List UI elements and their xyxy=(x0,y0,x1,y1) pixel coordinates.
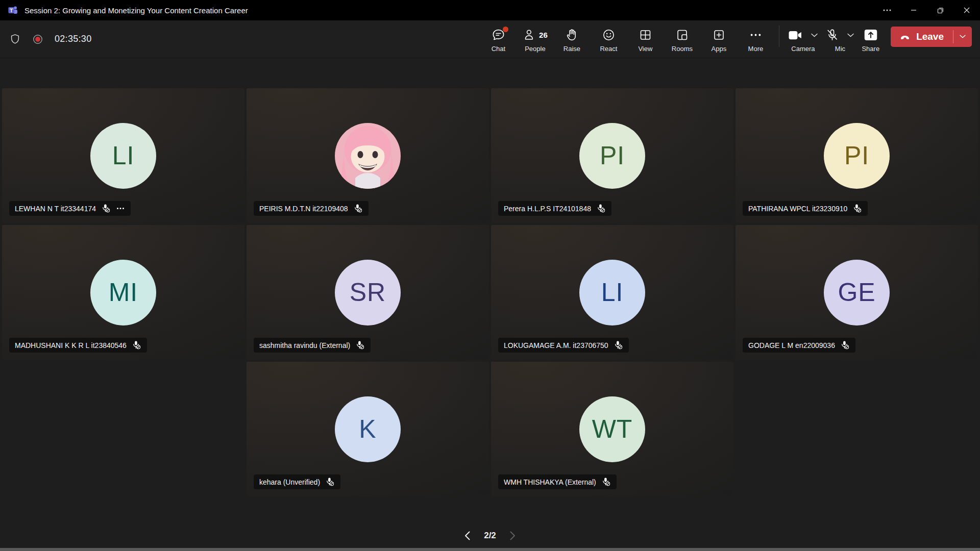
toolbar-separator xyxy=(779,26,779,47)
tile-more-button[interactable] xyxy=(116,207,125,210)
shield-icon[interactable] xyxy=(9,33,21,45)
apps-button[interactable]: Apps xyxy=(702,26,735,53)
avatar: LI xyxy=(579,260,645,325)
participant-grid: LI LEWHAN N T it2 xyxy=(2,88,978,496)
mic-group: Mic xyxy=(825,26,854,53)
titlebar-left: Session 2: Growing and Monetizing Your C… xyxy=(0,5,248,16)
participant-tile[interactable]: GE GODAGE L M en2 xyxy=(736,225,978,360)
react-button[interactable]: React xyxy=(592,26,625,53)
participant-tile[interactable]: PEIRIS M.D.T.N it22109408 xyxy=(247,88,489,223)
status-group: 02:35:30 xyxy=(9,33,91,45)
meeting-timer: 02:35:30 xyxy=(55,34,91,44)
teams-logo-icon xyxy=(7,5,18,16)
participant-tile[interactable]: PI Perera H.L.P.S xyxy=(491,88,733,223)
participant-mic-muted-icon xyxy=(132,340,141,350)
participant-name: WMH THISHAKYA (External) xyxy=(504,478,596,486)
teams-meeting-window: Session 2: Growing and Monetizing Your C… xyxy=(0,0,980,551)
rooms-button[interactable]: Rooms xyxy=(666,26,698,53)
chat-label: Chat xyxy=(492,45,505,53)
avatar: SR xyxy=(335,260,401,325)
participant-tile[interactable]: SR sashmitha ravi xyxy=(247,225,489,360)
page-indicator: 2/2 xyxy=(484,531,496,541)
name-pill: PATHIRANA WPCL it23230910 xyxy=(743,201,868,216)
participant-name: Perera H.L.P.S IT24101848 xyxy=(504,205,591,213)
restore-icon[interactable] xyxy=(927,0,953,20)
chevron-left-icon xyxy=(464,531,471,541)
avatar: PI xyxy=(824,123,890,189)
participant-name: PEIRIS M.D.T.N it22109408 xyxy=(259,205,348,213)
avatar: WT xyxy=(579,396,645,462)
share-icon xyxy=(864,29,878,41)
participant-name: MADHUSHANI K K R L it23840546 xyxy=(15,341,127,349)
hangup-phone-icon xyxy=(899,31,911,43)
people-button[interactable]: 26 People xyxy=(519,26,551,53)
participant-mic-muted-icon xyxy=(353,204,363,213)
meeting-toolbar: 02:35:30 Chat xyxy=(0,20,980,58)
name-pill: LEWHAN N T it23344174 xyxy=(9,201,131,216)
raise-hand-button[interactable]: Raise xyxy=(555,26,588,53)
participant-mic-muted-icon xyxy=(840,340,850,350)
previous-page-button[interactable] xyxy=(464,531,471,541)
participant-name: LOKUGAMAGE A.M. it23706750 xyxy=(504,341,608,349)
participant-tile[interactable]: LI LEWHAN N T it2 xyxy=(2,88,244,223)
view-button[interactable]: View xyxy=(629,26,662,53)
pagination: 2/2 xyxy=(0,531,980,541)
camera-toggle-button[interactable] xyxy=(788,29,803,42)
participant-tile[interactable]: K kehara (Unverif xyxy=(247,362,489,496)
titlebar-more-icon[interactable] xyxy=(874,0,900,20)
participant-tile[interactable]: LI LOKUGAMAGE A.M xyxy=(491,225,733,360)
participant-mic-muted-icon xyxy=(101,204,111,213)
name-pill: LOKUGAMAGE A.M. it23706750 xyxy=(498,338,629,353)
participant-mic-muted-icon xyxy=(614,340,623,350)
mic-toggle-button[interactable] xyxy=(825,28,839,42)
share-button[interactable] xyxy=(864,29,878,41)
name-pill: WMH THISHAKYA (External) xyxy=(498,474,617,489)
rooms-icon xyxy=(675,28,689,42)
chat-button[interactable]: Chat xyxy=(482,26,514,53)
avatar: MI xyxy=(90,260,156,325)
apps-icon xyxy=(712,28,726,42)
share-group: Share xyxy=(862,26,879,53)
avatar: LI xyxy=(90,123,156,189)
participant-mic-muted-icon xyxy=(325,477,335,487)
participant-mic-muted-icon xyxy=(852,204,862,213)
minimize-icon[interactable] xyxy=(900,0,927,20)
participant-tile[interactable]: MI MADHUSHANI K K xyxy=(2,225,244,360)
share-label: Share xyxy=(862,45,879,53)
recording-indicator-icon xyxy=(32,34,43,45)
chevron-right-icon xyxy=(509,531,516,541)
avatar: PI xyxy=(579,123,645,189)
participant-name: sashmitha ravindu (External) xyxy=(259,341,350,349)
avatar: K xyxy=(335,396,401,462)
participant-mic-muted-icon xyxy=(601,477,611,487)
titlebar: Session 2: Growing and Monetizing Your C… xyxy=(0,0,980,20)
people-count: 26 xyxy=(539,31,548,39)
react-label: React xyxy=(600,45,617,53)
rooms-label: Rooms xyxy=(672,45,693,53)
window-title: Session 2: Growing and Monetizing Your C… xyxy=(24,6,248,15)
name-pill: MADHUSHANI K K R L it23840546 xyxy=(9,338,147,353)
people-icon xyxy=(523,28,536,42)
toolbar-items: Chat 26 People Raise xyxy=(482,26,772,53)
tile-more-icon xyxy=(116,207,125,210)
more-button[interactable]: More xyxy=(739,26,772,53)
meeting-stage: LI LEWHAN N T it2 xyxy=(0,58,980,548)
mic-chevron-button[interactable] xyxy=(847,33,854,38)
next-page-button[interactable] xyxy=(509,531,516,541)
raise-label: Raise xyxy=(564,45,580,53)
name-pill: kehara (Unverified) xyxy=(254,474,340,489)
participant-mic-muted-icon xyxy=(596,204,606,213)
chevron-down-icon xyxy=(811,33,818,38)
bottom-edge-strip xyxy=(0,548,980,551)
name-pill: sashmitha ravindu (External) xyxy=(254,338,371,353)
view-label: View xyxy=(638,45,652,53)
participant-tile[interactable]: PI PATHIRANA WPCL xyxy=(736,88,978,223)
camera-chevron-button[interactable] xyxy=(811,33,818,38)
leave-chevron[interactable] xyxy=(953,27,972,47)
raise-hand-icon xyxy=(565,28,579,42)
camera-icon xyxy=(788,29,803,42)
leave-button[interactable]: Leave xyxy=(891,27,972,47)
name-pill: GODAGE L M en22009036 xyxy=(743,338,855,353)
close-icon[interactable] xyxy=(953,0,980,20)
participant-tile[interactable]: WT WMH THISHAKYA xyxy=(491,362,733,496)
